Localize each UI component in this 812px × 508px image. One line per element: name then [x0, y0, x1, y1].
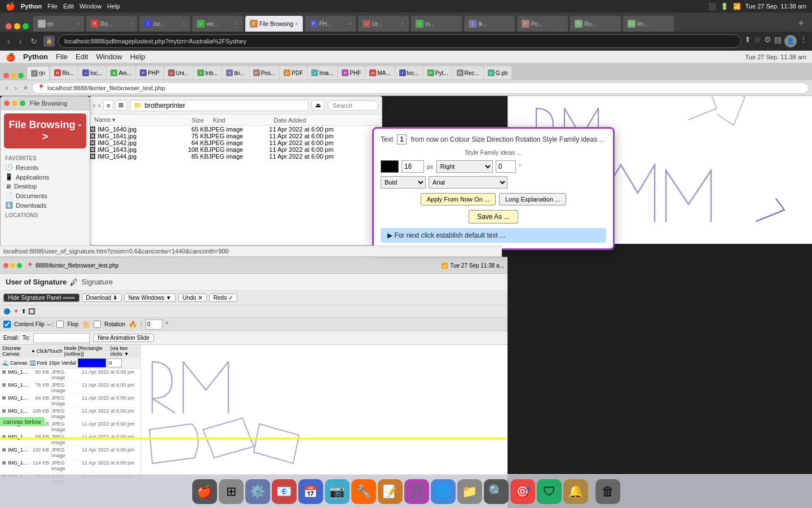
mini-file-row[interactable]: IMG_1647.jpg 114 KB JPEG image 11 Apr 20…: [0, 459, 140, 472]
tab-ph[interactable]: PPH...×: [305, 16, 356, 32]
maximize-traffic-light[interactable]: [23, 23, 29, 29]
col-name-header[interactable]: Name ▾: [90, 115, 171, 126]
sig-expand-btn[interactable]: [17, 263, 22, 268]
reload-button[interactable]: ↻: [28, 36, 40, 47]
second-tab-uni[interactable]: UUni...: [164, 66, 193, 80]
sidebar-item-documents[interactable]: 📄 Documents: [1, 191, 90, 200]
sidebar-toggle-icon[interactable]: ▤: [774, 35, 782, 47]
sidebar-item-downloads[interactable]: ⬇️ Downloads: [1, 200, 90, 210]
menu-window[interactable]: Window: [80, 3, 102, 10]
email-to-input[interactable]: [33, 333, 90, 343]
tab-close-icon[interactable]: ×: [129, 21, 133, 27]
close-btn-2[interactable]: ×: [21, 84, 30, 93]
expand-btn[interactable]: [18, 73, 24, 78]
undo-button[interactable]: Undo ✕: [178, 294, 207, 302]
sidebar-item-desktop[interactable]: 🖥 Desktop: [1, 182, 90, 191]
app-menu-edit[interactable]: Edit: [76, 52, 88, 61]
tab-ur[interactable]: UUr...×: [358, 16, 409, 32]
extensions-icon[interactable]: ⚙: [764, 35, 771, 47]
fb-forward-btn[interactable]: ›: [98, 102, 100, 110]
apply-from-now-on-button[interactable]: Apply From Now On ...: [421, 193, 496, 205]
tab-close-icon[interactable]: ×: [76, 21, 80, 27]
fb-back-btn[interactable]: ‹: [93, 102, 95, 110]
second-tab-ma[interactable]: MMA...: [365, 66, 394, 80]
dock-photos[interactable]: 📷: [325, 479, 350, 504]
dock-app5[interactable]: 📁: [457, 479, 482, 504]
redo-button[interactable]: Redo ✓: [209, 294, 238, 302]
mini-file-row[interactable]: IMG_1640.jpg 65 KB JPEG image 11 Apr 202…: [0, 369, 140, 382]
download-button[interactable]: Download ⬇: [82, 294, 122, 302]
dock-trash[interactable]: 🗑: [595, 479, 620, 504]
sig-close-btn[interactable]: [3, 263, 8, 268]
second-tab-pos[interactable]: PPos...: [249, 66, 280, 80]
sidebar-item-applications[interactable]: 📱 Applications: [1, 172, 90, 182]
second-tab-pdf[interactable]: DPDF: [280, 66, 307, 80]
app-menu-python[interactable]: Python: [23, 52, 48, 61]
second-tab-tki[interactable]: ttki...: [222, 66, 248, 80]
dock-app9[interactable]: 🔔: [563, 479, 588, 504]
new-tab-button[interactable]: +: [793, 17, 809, 29]
app-menu-window[interactable]: Window: [96, 52, 122, 61]
tab-tk[interactable]: ttk...: [464, 16, 515, 32]
back-button[interactable]: ‹: [5, 36, 13, 47]
new-windows-button[interactable]: New Windows ▼: [124, 294, 176, 302]
forward-btn-2[interactable]: ›: [12, 84, 19, 93]
eject-btn[interactable]: ⏏: [311, 100, 325, 111]
save-as-button[interactable]: Save As ...: [469, 210, 518, 224]
bookmark-icon[interactable]: ☆: [754, 35, 761, 47]
second-tab-loc[interactable]: lloc...: [78, 66, 106, 80]
fb-minimize-btn[interactable]: [12, 100, 17, 106]
tab-imp[interactable]: ImIm...: [623, 16, 674, 32]
second-tab-phf[interactable]: PPHF: [338, 66, 365, 80]
tab-close-icon[interactable]: ×: [235, 21, 239, 27]
tab-rjn[interactable]: rrjn×: [33, 16, 84, 32]
tab-filebrowsing[interactable]: FFile Browsing×: [245, 16, 303, 32]
grid-view-btn[interactable]: ⊞: [115, 100, 127, 111]
second-tab-loca[interactable]: lloc...: [395, 66, 423, 80]
second-address-field[interactable]: 📍 localhost:8888/tkinter_filebrowser_tes…: [32, 82, 809, 94]
tab-loc[interactable]: lloc...×: [139, 16, 190, 32]
menu-edit[interactable]: Edit: [63, 3, 74, 10]
flop-checkbox[interactable]: [56, 321, 64, 328]
dock-app3[interactable]: 🎵: [404, 479, 429, 504]
back-btn-2[interactable]: ‹: [3, 84, 10, 93]
dock-mail[interactable]: 📧: [272, 479, 297, 504]
dock-app7[interactable]: 🎯: [510, 479, 535, 504]
mini-file-row[interactable]: IMG_1645.jpg 58 KB JPEG image 11 Apr 202…: [0, 433, 140, 446]
file-table-row[interactable]: 🖼 IMG_1642.jpg 64 KB JPEG image 11 Apr 2…: [90, 139, 382, 146]
mini-file-row[interactable]: IMG_1641.jpg 76 KB JPEG image 11 Apr 202…: [0, 382, 140, 395]
canvas-num-input[interactable]: [108, 358, 122, 367]
long-explanation-button[interactable]: Long Explanation ...: [499, 193, 566, 205]
second-tab-ro[interactable]: RRo...: [50, 66, 78, 80]
sig-minimize-btn[interactable]: [10, 263, 15, 268]
hide-panel-button[interactable]: Hide Signature Panel ═══: [3, 294, 80, 302]
dialog-num-input[interactable]: 1: [397, 134, 407, 144]
dock-finder[interactable]: 🍎: [192, 479, 217, 504]
col-kind-header[interactable]: Kind: [208, 115, 269, 126]
tab-ro[interactable]: RRo...×: [86, 16, 137, 32]
app-menu-file[interactable]: File: [56, 52, 68, 61]
sidebar-item-recents[interactable]: 🕐 Recents: [1, 163, 90, 172]
fb-close-btn[interactable]: [4, 100, 10, 106]
file-table-row[interactable]: 🖼 IMG_1640.jpg 65 KB JPEG image 11 Apr 2…: [90, 126, 382, 133]
tab-vie[interactable]: vvie...×: [192, 16, 243, 32]
dock-launchpad[interactable]: ⊞: [219, 479, 244, 504]
second-tab-inb[interactable]: IInb...: [193, 66, 222, 80]
mini-file-row[interactable]: IMG_1642.jpg 64 KB JPEG image 11 Apr 202…: [0, 395, 140, 408]
menu-help[interactable]: Help: [107, 3, 120, 10]
rotation-input-sig[interactable]: [145, 319, 162, 330]
close-btn[interactable]: [3, 73, 9, 78]
color-picker-btn[interactable]: [381, 160, 399, 173]
app-menu-help[interactable]: Help: [130, 52, 145, 61]
second-tab-gph[interactable]: GG ph: [484, 66, 512, 80]
dock-preferences[interactable]: ⚙️: [245, 479, 270, 504]
search-input[interactable]: [328, 100, 378, 111]
share-icon[interactable]: ⬆: [744, 35, 751, 47]
file-browsing-big-label[interactable]: File Browsing ->: [4, 113, 86, 148]
dock-calendar[interactable]: 📅: [298, 479, 323, 504]
col-size-header[interactable]: Size: [171, 115, 208, 126]
content-flip-checkbox[interactable]: [3, 321, 11, 328]
address-field[interactable]: localhost:8888/pdfimageplustext.php?mytz…: [58, 34, 741, 48]
apple-menu-icon[interactable]: 🍎: [6, 52, 15, 62]
direction-select[interactable]: Right: [436, 160, 493, 173]
